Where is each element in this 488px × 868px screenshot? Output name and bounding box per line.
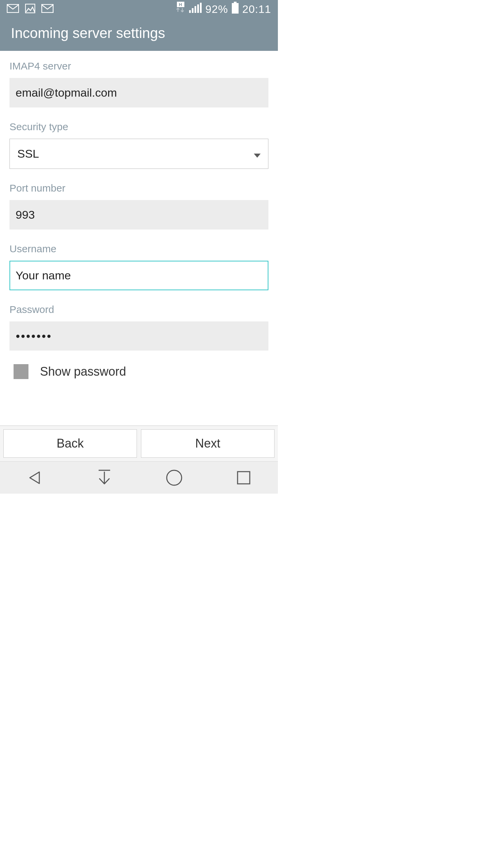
username-input[interactable]: Your name: [9, 261, 268, 290]
svg-rect-9: [200, 3, 202, 13]
imap-server-label: IMAP4 server: [9, 60, 268, 72]
security-type-label: Security type: [9, 121, 268, 133]
svg-rect-5: [189, 10, 191, 13]
show-password-label: Show password: [40, 364, 126, 379]
image-icon: [25, 4, 35, 15]
nav-home-icon[interactable]: [165, 469, 183, 487]
status-left-icons: [7, 4, 54, 15]
network-h-icon: H: [176, 2, 186, 17]
chevron-down-icon: [254, 147, 261, 160]
svg-point-13: [167, 470, 182, 485]
status-bar: H 92% 20:11: [0, 0, 278, 18]
settings-form: IMAP4 server email@topmail.com Security …: [0, 51, 278, 426]
password-label: Password: [9, 304, 268, 315]
svg-rect-7: [195, 6, 196, 13]
gmail-icon: [41, 4, 54, 14]
svg-rect-14: [238, 472, 250, 484]
mail-icon: [7, 4, 19, 14]
svg-text:H: H: [179, 2, 182, 7]
show-password-row[interactable]: Show password: [9, 364, 268, 379]
status-right: H 92% 20:11: [176, 2, 271, 17]
battery-icon: [231, 2, 239, 17]
port-number-input[interactable]: 993: [9, 200, 268, 230]
battery-percent: 92%: [205, 3, 228, 16]
nav-recent-icon[interactable]: [236, 470, 252, 486]
svg-rect-11: [232, 3, 239, 14]
imap-server-input[interactable]: email@topmail.com: [9, 78, 268, 107]
password-input[interactable]: ●●●●●●●: [9, 321, 268, 351]
svg-rect-8: [197, 4, 199, 13]
next-button[interactable]: Next: [141, 429, 274, 458]
system-navigation-bar: [0, 461, 278, 494]
svg-rect-6: [192, 8, 194, 13]
page-title: Incoming server settings: [0, 18, 278, 51]
back-button[interactable]: Back: [3, 429, 137, 458]
button-bar: Back Next: [0, 426, 278, 461]
security-type-value: SSL: [17, 147, 39, 160]
show-password-checkbox[interactable]: [14, 364, 28, 379]
svg-rect-10: [234, 2, 237, 3]
nav-download-icon[interactable]: [96, 468, 113, 487]
clock-time: 20:11: [242, 3, 271, 16]
signal-icon: [189, 3, 202, 16]
port-number-label: Port number: [9, 182, 268, 194]
security-type-select[interactable]: SSL: [9, 139, 268, 169]
username-label: Username: [9, 243, 268, 255]
nav-back-icon[interactable]: [26, 469, 43, 486]
